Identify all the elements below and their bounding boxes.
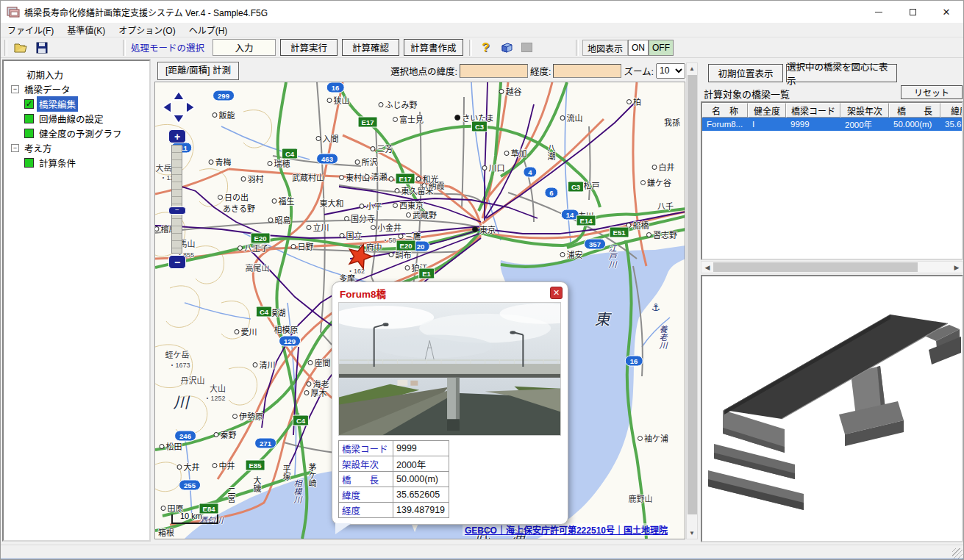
map-marker-icon xyxy=(560,115,565,121)
map-marker-icon xyxy=(340,233,345,238)
table-cell: 35.65 xyxy=(940,118,963,131)
tree-item-label[interactable]: 橋梁データ xyxy=(22,82,73,97)
popup-tail xyxy=(335,523,351,534)
map-label: 習志野 xyxy=(646,229,677,240)
map-on-button[interactable]: ON xyxy=(628,40,649,56)
tree-item[interactable]: 計算条件 xyxy=(4,155,149,170)
route-shield: E20 xyxy=(251,233,271,244)
tree-checkbox[interactable]: ✓ xyxy=(24,99,34,109)
map-label: 飯能 xyxy=(213,109,235,121)
table-header-cell[interactable]: 健全度 xyxy=(748,103,786,118)
tree-item-label[interactable]: 健全度の予測グラフ xyxy=(37,126,124,141)
map-label: 入間 xyxy=(316,132,339,144)
map-label: 相模川 xyxy=(291,480,303,504)
tree-item[interactable]: 初期入力 xyxy=(4,67,149,82)
zoom-track[interactable] xyxy=(171,145,182,254)
tree-item-label[interactable]: 初期入力 xyxy=(24,67,65,82)
save-icon[interactable] xyxy=(34,40,50,55)
map-marker-icon xyxy=(393,117,398,122)
zoom-select[interactable]: 10 xyxy=(656,63,685,79)
popup-field-label: 橋 長 xyxy=(339,472,393,487)
selected-bridge-marker[interactable] xyxy=(346,243,374,270)
map-pan-control[interactable] xyxy=(161,90,196,125)
center-selected-bridge-button[interactable]: 選択中の橋梁を図心に表示 xyxy=(786,64,897,82)
tree-expander-icon[interactable]: − xyxy=(11,144,19,152)
menu-item-2[interactable]: オプション(O) xyxy=(112,22,182,37)
tree-checkbox[interactable] xyxy=(24,129,34,138)
tree-item[interactable]: 回帰曲線の設定 xyxy=(4,111,149,126)
map-label: 和光 xyxy=(416,173,439,184)
map-canvas[interactable]: + − − 10 km GEBCO｜海上保安庁許可第222510号｜国土地理院 … xyxy=(154,82,685,539)
bridge-list-table[interactable]: 名 称健全度橋梁コード架設年次橋 長緯度Forum8...I99992000年5… xyxy=(701,101,963,260)
longitude-input[interactable] xyxy=(553,64,621,78)
tree-expander-icon[interactable]: − xyxy=(11,85,19,93)
bridge-3d-view[interactable] xyxy=(701,275,963,542)
table-header-cell[interactable]: 橋 長 xyxy=(889,103,940,118)
map-zoom-slider[interactable]: + − − xyxy=(168,129,186,269)
table-header-cell[interactable]: 名 称 xyxy=(702,103,748,118)
calc-check-button[interactable]: 計算確認 xyxy=(342,39,399,56)
resize-grip[interactable] xyxy=(952,548,963,559)
tree-item[interactable]: −考え方 xyxy=(4,140,149,155)
maximize-button[interactable] xyxy=(896,1,929,23)
zoom-handle[interactable]: − xyxy=(168,207,186,215)
table-header-cell[interactable]: 橋梁コード xyxy=(786,103,840,118)
toolbar-grip xyxy=(576,40,579,56)
tree-checkbox[interactable] xyxy=(24,158,34,168)
minimize-button[interactable] xyxy=(862,1,896,23)
popup-field-value: 50.000(m) xyxy=(393,472,449,487)
table-row[interactable]: Forum8...I99992000年50.000(m)35.65 xyxy=(702,118,962,131)
bridge-list-hscrollbar[interactable]: ◀ ▶ xyxy=(701,261,963,273)
map-marker-icon xyxy=(304,390,310,395)
map-off-button[interactable]: OFF xyxy=(649,40,674,56)
popup-close-icon[interactable]: ✕ xyxy=(550,287,563,299)
menu-item-0[interactable]: ファイル(F) xyxy=(1,22,60,37)
tree-item[interactable]: −橋梁データ xyxy=(4,82,149,96)
calc-run-button[interactable]: 計算実行 xyxy=(280,39,338,56)
initial-position-button[interactable]: 初期位置表示 xyxy=(708,64,783,82)
menu-item-1[interactable]: 基準値(K) xyxy=(60,22,112,37)
scroll-down-icon[interactable]: ▼ xyxy=(687,528,697,539)
map-marker-icon xyxy=(232,414,238,419)
map-marker-icon xyxy=(307,381,312,387)
table-header-cell[interactable]: 緯度 xyxy=(940,103,963,118)
app-window: 橋梁長寿命化修繕計画策定支援システム Ver.4 - Sample4.F5G ✕… xyxy=(0,0,964,560)
scroll-up-icon[interactable]: ▲ xyxy=(687,63,697,74)
map-marker-icon xyxy=(626,99,632,104)
scroll-left-icon[interactable]: ◀ xyxy=(701,262,713,273)
scroll-thumb[interactable] xyxy=(688,75,697,514)
tree-checkbox[interactable] xyxy=(24,114,34,123)
latitude-input[interactable] xyxy=(460,64,528,78)
menu-item-3[interactable]: ヘルプ(H) xyxy=(182,22,235,37)
measure-button[interactable]: [距離/面積] 計測 xyxy=(157,62,239,80)
route-shield: 16 xyxy=(326,82,345,93)
popup-title: Forum8橋 xyxy=(340,286,386,301)
scroll-thumb[interactable] xyxy=(713,262,918,272)
tree-item-label[interactable]: 計算条件 xyxy=(37,155,78,170)
map-label: 座間 xyxy=(308,356,331,368)
bridge-photo xyxy=(338,302,561,436)
zoom-in-button[interactable]: + xyxy=(168,129,186,143)
tree-item-label[interactable]: 回帰曲線の設定 xyxy=(37,111,106,126)
reset-button[interactable]: リセット xyxy=(901,85,963,99)
tree-item-label[interactable]: 考え方 xyxy=(22,140,54,156)
route-shield: 271 xyxy=(254,438,276,449)
scroll-right-icon[interactable]: ▶ xyxy=(951,262,963,273)
zoom-out-button[interactable]: − xyxy=(168,255,186,269)
route-shield: 4 xyxy=(523,167,537,178)
tree-item[interactable]: 健全度の予測グラフ xyxy=(4,126,149,140)
help-icon[interactable]: ? xyxy=(478,40,494,55)
table-header-cell[interactable]: 架設年次 xyxy=(840,103,889,118)
route-shield: E85 xyxy=(246,460,265,471)
map-marker-icon xyxy=(241,176,246,182)
tree-item[interactable]: ✓橋梁編集 xyxy=(4,96,149,111)
tree-item-label[interactable]: 橋梁編集 xyxy=(37,96,78,112)
open-file-icon[interactable] xyxy=(13,40,29,55)
map-vertical-scrollbar[interactable]: ▲ ▼ xyxy=(686,62,698,539)
map-attribution-links[interactable]: GEBCO｜海上保安庁許可第222510号｜国土地理院 xyxy=(463,523,670,536)
3d-view-icon[interactable] xyxy=(499,40,515,55)
mode-input-button[interactable]: 入力 xyxy=(213,39,276,56)
close-button[interactable]: ✕ xyxy=(929,1,963,23)
report-create-button[interactable]: 計算書作成 xyxy=(404,39,463,56)
route-shield: C4 xyxy=(282,148,298,159)
